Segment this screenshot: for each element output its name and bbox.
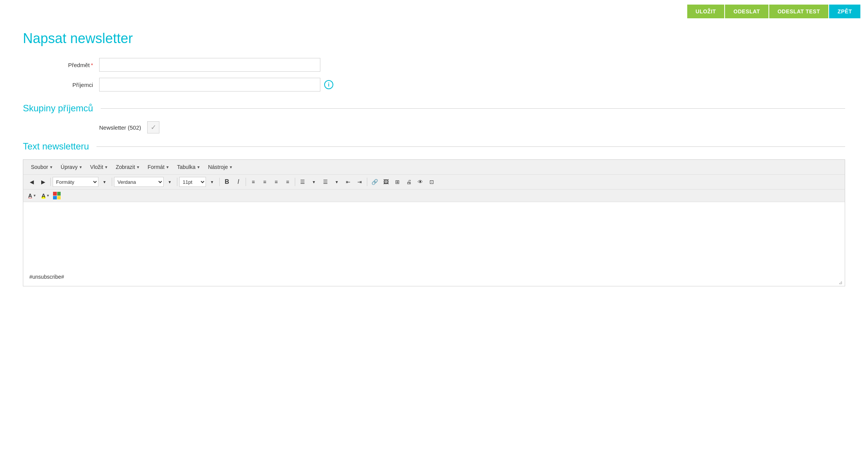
form-section: Předmět* Příjemci i (23, 58, 845, 92)
print-button[interactable]: 🖨 (403, 177, 414, 187)
newsletter-label: Newsletter (502) (99, 124, 141, 131)
editor-container: Soubor▼ Úpravy▼ Vložit▼ Zobrazit▼ Formát… (23, 159, 845, 286)
color-sq-yellow (57, 196, 61, 200)
required-star: * (91, 62, 93, 68)
unsubscribe-text: #unsubscribe# (29, 274, 64, 280)
menu-tabulka-arrow: ▼ (196, 165, 200, 169)
indent-increase-button[interactable]: ⇥ (354, 177, 365, 187)
color-sq-blue (53, 196, 57, 200)
bg-color-arrow: ▼ (46, 194, 50, 198)
align-left-button[interactable]: ≡ (248, 177, 259, 187)
preview-button[interactable]: 👁 (415, 177, 426, 187)
ordered-list-arrow[interactable]: ▼ (331, 177, 342, 187)
bg-color-button[interactable]: A ▼ (40, 191, 51, 200)
editor-toolbar-row2: A ▼ A ▼ (23, 190, 845, 202)
toolbar-sep-7 (367, 178, 367, 186)
text-divider (96, 146, 845, 147)
toolbar-sep-4 (219, 178, 220, 186)
newsletter-checkbox[interactable]: ✓ (147, 121, 159, 133)
resize-handle[interactable]: ⊿ (839, 280, 843, 284)
menu-format-arrow: ▼ (166, 165, 169, 169)
text-newsletteru-title: Text newsletteru (23, 141, 96, 152)
menu-upravy-arrow: ▼ (79, 165, 82, 169)
bold-button[interactable]: B (222, 177, 232, 187)
formats-select[interactable]: Formáty (53, 177, 98, 187)
editor-toolbar-row1: ◀ ▶ Formáty ▼ Verdana ▼ 11pt ▼ B I ≡ ≡ ≡ (23, 175, 845, 190)
font-color-arrow: ▼ (33, 194, 36, 198)
menu-soubor-arrow: ▼ (49, 165, 53, 169)
font-color-icon: A (28, 193, 32, 199)
menu-nastroje-arrow: ▼ (229, 165, 233, 169)
size-arrow-btn[interactable]: ▼ (207, 177, 217, 187)
menu-nastroje[interactable]: Nástroje▼ (204, 162, 236, 172)
ulozit-button[interactable]: ULOŽIT (687, 5, 725, 18)
page-title: Napsat newsletter (23, 31, 845, 47)
checkmark-icon: ✓ (151, 123, 156, 132)
toolbar-sep-3 (177, 178, 177, 186)
align-justify-button[interactable]: ≡ (282, 177, 293, 187)
align-right-button[interactable]: ≡ (271, 177, 281, 187)
formats-arrow-btn[interactable]: ▼ (99, 177, 110, 187)
skupiny-divider (101, 108, 845, 109)
italic-button[interactable]: I (233, 177, 244, 187)
align-center-button[interactable]: ≡ (259, 177, 270, 187)
toolbar-sep-5 (246, 178, 246, 186)
predmet-input[interactable] (99, 58, 320, 72)
newsletter-checkbox-row: Newsletter (502) ✓ (23, 121, 845, 133)
top-action-bar: ULOŽIT ODESLAT ODESLAT TEST ZPĚT (0, 0, 868, 23)
toolbar-sep-2 (112, 178, 112, 186)
menu-tabulka[interactable]: Tabulka▼ (173, 162, 204, 172)
prijemci-input-group: i (99, 78, 333, 92)
menu-upravy[interactable]: Úpravy▼ (57, 162, 86, 172)
unordered-list-arrow[interactable]: ▼ (309, 177, 319, 187)
predmet-label: Předmět* (23, 62, 99, 68)
toolbar-sep-6 (295, 178, 295, 186)
undo-button[interactable]: ◀ (26, 177, 37, 187)
prijemci-row: Příjemci i (23, 78, 845, 92)
link-button[interactable]: 🔗 (369, 177, 380, 187)
ordered-list-button[interactable]: ☰ (320, 177, 331, 187)
editor-content[interactable] (29, 208, 839, 277)
odeslat-button[interactable]: ODESLAT (725, 5, 768, 18)
toolbar-sep-1 (50, 178, 51, 186)
color-sq-green (57, 192, 61, 196)
page-content: Napsat newsletter Předmět* Příjemci i Sk… (0, 23, 868, 294)
font-color-button[interactable]: A ▼ (26, 191, 38, 200)
info-icon[interactable]: i (324, 80, 333, 89)
menu-soubor[interactable]: Soubor▼ (27, 162, 57, 172)
indent-decrease-button[interactable]: ⇤ (343, 177, 354, 187)
editor-body: #unsubscribe# ⊿ (23, 202, 845, 286)
menu-zobrazit[interactable]: Zobrazit▼ (112, 162, 143, 172)
menu-vlozit[interactable]: Vložit▼ (86, 162, 112, 172)
text-section-header: Text newsletteru (23, 141, 845, 152)
color-picker-button[interactable] (53, 192, 61, 199)
size-select[interactable]: 11pt (179, 177, 206, 187)
skupiny-section-header: Skupiny příjemců (23, 103, 845, 114)
menu-zobrazit-arrow: ▼ (136, 165, 140, 169)
editor-menubar: Soubor▼ Úpravy▼ Vložit▼ Zobrazit▼ Formát… (23, 160, 845, 175)
fullscreen-button[interactable]: ⊡ (426, 177, 437, 187)
menu-vlozit-arrow: ▼ (104, 165, 108, 169)
font-arrow-btn[interactable]: ▼ (164, 177, 175, 187)
menu-format[interactable]: Formát▼ (144, 162, 173, 172)
predmet-row: Předmět* (23, 58, 845, 72)
font-select[interactable]: Verdana (114, 177, 164, 187)
redo-button[interactable]: ▶ (38, 177, 48, 187)
skupiny-title: Skupiny příjemců (23, 103, 101, 114)
odeslat-test-button[interactable]: ODESLAT TEST (769, 5, 829, 18)
bg-color-icon: A (42, 193, 45, 199)
image-button[interactable]: 🖼 (381, 177, 391, 187)
table-button[interactable]: ⊞ (392, 177, 403, 187)
prijemci-input[interactable] (99, 78, 320, 92)
unordered-list-button[interactable]: ☰ (297, 177, 308, 187)
color-sq-red (53, 192, 57, 196)
prijemci-label: Příjemci (23, 82, 99, 88)
zpet-button[interactable]: ZPĚT (829, 5, 860, 18)
